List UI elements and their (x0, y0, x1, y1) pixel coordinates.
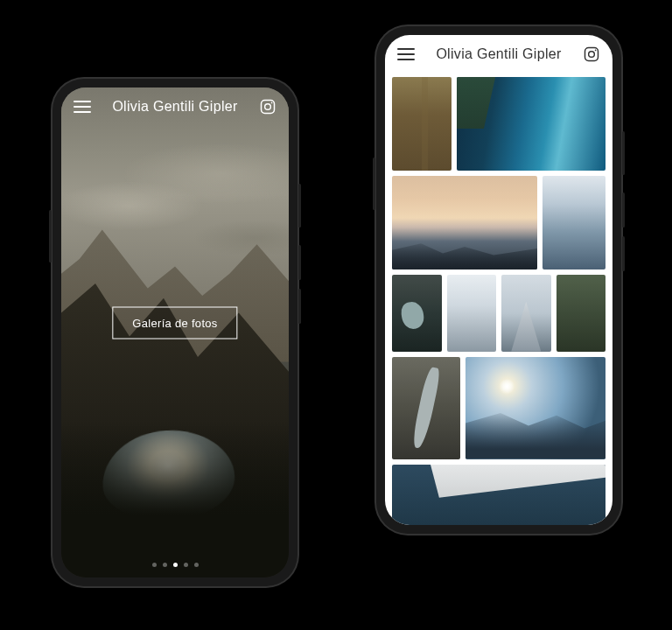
page-title: Olivia Gentili Gipler (112, 99, 237, 115)
svg-point-5 (595, 50, 597, 52)
carousel-dot[interactable] (184, 563, 188, 567)
photo-gallery (392, 77, 606, 525)
gallery-row (392, 275, 606, 351)
phone-power-button (622, 131, 625, 175)
menu-icon[interactable] (397, 48, 415, 60)
phone-mockup-gallery: Olivia Gentili Gipler (376, 26, 621, 534)
carousel-dot[interactable] (194, 563, 199, 567)
screen-gallery: Olivia Gentili Gipler (385, 35, 612, 525)
phone-side-button (49, 210, 52, 262)
svg-point-1 (265, 104, 271, 110)
header: Olivia Gentili Gipler (385, 35, 612, 74)
gallery-thumb-coastline[interactable] (457, 77, 606, 171)
carousel-dot-active[interactable] (173, 563, 178, 567)
phone-side-button (373, 158, 375, 210)
gallery-thumb-sunburst-valley[interactable] (466, 357, 606, 459)
gallery-cta-button[interactable]: Galería de fotos (112, 306, 237, 339)
gallery-thumb-snow-peak[interactable] (501, 275, 551, 351)
phone-volume-up (298, 245, 301, 280)
screen-hero: Olivia Gentili Gipler Galería de fotos (61, 88, 289, 578)
svg-rect-0 (261, 101, 274, 114)
svg-point-4 (589, 52, 595, 58)
phone-volume-down (622, 236, 625, 271)
gallery-row (392, 357, 606, 459)
carousel-dot[interactable] (152, 563, 157, 567)
gallery-thumb-airplane-wing[interactable] (392, 465, 606, 525)
gallery-thumb-lake-overhead[interactable] (392, 275, 442, 351)
page-title: Olivia Gentili Gipler (436, 46, 561, 62)
phone-mockup-hero: Olivia Gentili Gipler Galería de fotos (52, 79, 298, 586)
gallery-thumb-river-canyon[interactable] (392, 357, 460, 459)
phone-volume-down (298, 289, 301, 324)
instagram-icon[interactable] (583, 46, 600, 63)
menu-icon[interactable] (74, 101, 91, 113)
gallery-thumb-forest-valley[interactable] (556, 275, 606, 351)
gallery-row (392, 77, 606, 171)
svg-point-2 (271, 102, 273, 104)
instagram-icon[interactable] (259, 98, 276, 116)
gallery-row (392, 176, 606, 270)
svg-rect-3 (584, 48, 598, 61)
phone-power-button (298, 184, 301, 228)
carousel-dot[interactable] (163, 563, 167, 567)
gallery-thumb-snow-ridge[interactable] (447, 275, 497, 351)
gallery-row (392, 465, 606, 525)
gallery-thumb-snow-forest[interactable] (542, 176, 606, 270)
carousel-pagination[interactable] (61, 563, 289, 567)
gallery-thumb-sunset-mountain[interactable] (392, 176, 537, 270)
gallery-thumb-aerial-field[interactable] (392, 77, 452, 171)
header: Olivia Gentili Gipler (61, 88, 289, 126)
phone-volume-up (622, 192, 625, 228)
